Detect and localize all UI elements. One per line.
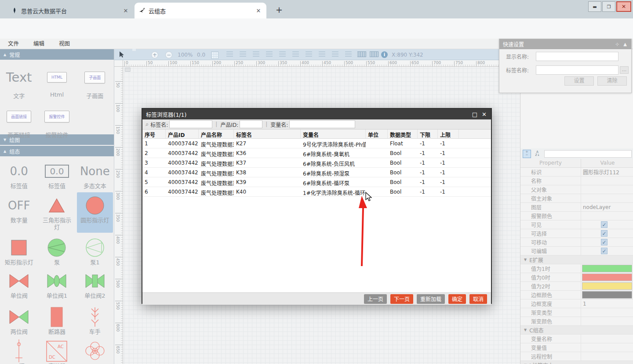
property-value[interactable]: 1 [581, 299, 633, 308]
property-value[interactable] [581, 291, 633, 299]
property-row[interactable]: 名称 [520, 177, 633, 185]
property-value[interactable] [581, 308, 633, 317]
property-value[interactable] [581, 177, 633, 185]
palette-item-valve-red[interactable]: 单位阀 [1, 268, 37, 302]
property-value[interactable] [581, 282, 633, 290]
property-section-10[interactable]: ▼E扩展 [520, 256, 633, 264]
collapse-up-icon[interactable]: ▲ [623, 42, 627, 47]
palette-item-valve-rect[interactable]: 单位阀2 [77, 268, 113, 302]
confirm-button[interactable]: 确定 [448, 294, 466, 304]
palette-item-valve-ellipse[interactable]: 单位阀1 [39, 268, 75, 302]
property-value[interactable] [581, 273, 633, 281]
zoom-out-icon[interactable]: − [165, 51, 172, 58]
property-value[interactable]: ✓ [581, 220, 633, 229]
property-value[interactable]: nodeLayer [581, 203, 633, 211]
property-row[interactable]: 变量名称 [520, 335, 633, 343]
property-value[interactable] [581, 343, 633, 352]
align-top-icon[interactable] [266, 51, 273, 57]
property-row[interactable]: 宿主对象 [520, 194, 633, 203]
categorized-view-icon[interactable]: ＋− [523, 150, 531, 158]
table-row[interactable]: 1400037442废气处理数据采K279号化学洗涤除臭系统-Ph值Float-… [142, 139, 491, 148]
browser-tab-inactive[interactable]: 思普云大数据平台 ✕ [7, 3, 134, 18]
checkbox-checked-icon[interactable]: ✓ [601, 239, 608, 245]
palette-item-general-3[interactable]: 画面链接画面链接 [0, 100, 38, 139]
property-row[interactable]: 可选择✓ [520, 229, 633, 238]
checkbox-checked-icon[interactable]: ✓ [601, 248, 608, 254]
property-row[interactable]: 边框颜色 [520, 291, 633, 299]
palette-item-breaker[interactable]: 断路器 [39, 304, 75, 336]
property-row[interactable]: 报警颜色 [520, 212, 633, 220]
property-row[interactable]: 标识圆形指示灯112 [520, 168, 633, 177]
property-row[interactable]: 边框宽度1 [520, 299, 633, 308]
property-value[interactable] [581, 212, 633, 220]
browse-tags-button[interactable]: ... [620, 66, 629, 74]
palette-item-text-boxed[interactable]: 0.0标签值 [39, 158, 75, 191]
checkbox-checked-icon[interactable]: ✓ [601, 221, 608, 228]
ruler-v-icon[interactable] [370, 51, 378, 57]
palette-item-general-0[interactable]: Text文字 [0, 61, 38, 100]
minimize-button[interactable]: ▬ [588, 1, 601, 12]
palette-item-triangle[interactable]: 三角形指示灯 [39, 192, 75, 233]
property-row[interactable]: 父对象 [520, 185, 633, 194]
property-row[interactable]: 值为2时 [520, 282, 633, 291]
color-swatch[interactable] [582, 282, 632, 290]
palette-item-general-4[interactable]: 报警控件报警控件 [38, 100, 76, 139]
distribute-h-icon[interactable] [306, 51, 312, 57]
menu-item-2[interactable]: 视图 [59, 39, 70, 49]
property-value[interactable]: ✓ [581, 229, 633, 238]
property-row[interactable]: 可移动✓ [520, 238, 633, 247]
quick-settings-titlebar[interactable]: 快速设置 ⊹ ▲ [499, 39, 631, 49]
property-row[interactable]: 远程控制 [520, 352, 633, 361]
cancel-button[interactable]: 取消 [469, 294, 487, 304]
property-value[interactable]: ✓ [581, 238, 633, 246]
tab-close-icon[interactable]: ✕ [122, 7, 129, 14]
zoom-in-icon[interactable]: + [151, 51, 158, 58]
property-value[interactable]: ✓ [581, 247, 633, 255]
distribute-v-icon[interactable] [319, 51, 325, 57]
palette-item-pump-outline[interactable]: 泵1 [77, 234, 113, 266]
property-value[interactable] [581, 194, 633, 202]
reload-button[interactable]: 重新加载 [417, 294, 445, 304]
tag-name-input[interactable] [536, 65, 618, 75]
dock-icon[interactable]: ⊹ [615, 42, 619, 47]
grid-toggle-icon[interactable] [211, 51, 218, 59]
property-row[interactable]: 变量值 [520, 343, 633, 352]
same-size-icon[interactable] [332, 51, 338, 57]
property-value[interactable] [581, 352, 633, 360]
close-icon[interactable]: ✕ [482, 111, 487, 118]
set-button[interactable]: 设置 [564, 76, 594, 86]
property-value[interactable] [581, 264, 633, 273]
palette-item-general-1[interactable]: HTMLHtml [38, 61, 76, 100]
property-row[interactable]: 值为0时 [520, 273, 633, 282]
property-section-18[interactable]: ▼C组态 [520, 326, 633, 335]
table-row[interactable]: 5400037442废气处理数据采K396#除臭系统-循环泵Bool-1-1 [142, 177, 491, 187]
color-swatch[interactable] [582, 274, 632, 281]
property-value[interactable] [581, 335, 633, 343]
property-filter-input[interactable] [544, 150, 632, 158]
table-row[interactable]: 6400037442废气处理数据采K401#化学洗涤除臭系统-循环泵Bool-1… [142, 187, 491, 197]
sort-alphabetical-icon[interactable]: AZ↓ [533, 150, 542, 158]
table-row[interactable]: 2400037442废气处理数据采K366#除臭系统-臭氧机Bool-1-1 [142, 148, 491, 158]
color-swatch[interactable] [582, 265, 632, 272]
maximize-icon[interactable]: □ [472, 111, 477, 118]
property-row[interactable]: 图层nodeLayer [520, 203, 633, 212]
tag-search-input[interactable] [169, 120, 212, 128]
property-row[interactable]: 可编辑✓ [520, 247, 633, 256]
palette-section-general[interactable]: ▲ 常规 [0, 49, 114, 60]
variable-search-input[interactable] [289, 120, 355, 128]
clear-button[interactable]: 清除 [597, 76, 627, 86]
align-middle-icon[interactable] [279, 51, 286, 57]
checkbox-checked-icon[interactable]: ✓ [601, 230, 608, 237]
prev-page-button[interactable]: 上一页 [364, 294, 387, 304]
property-section-22[interactable]: ▼L标签文本 [520, 361, 633, 364]
palette-item-square[interactable]: 矩形指示灯 [1, 234, 37, 266]
property-row[interactable]: 可见✓ [520, 220, 633, 229]
menu-item-0[interactable]: 文件 [8, 39, 19, 49]
palette-item-valve-bicolor[interactable]: 两位阀 [1, 304, 37, 336]
property-row[interactable]: 值为1时 [520, 264, 633, 273]
restore-button[interactable]: ❐ [602, 1, 615, 12]
palette-item-general-2[interactable]: 子画面子画面 [76, 61, 114, 100]
product-search-input[interactable] [240, 120, 262, 128]
property-value[interactable] [581, 185, 633, 194]
property-value[interactable]: 圆形指示灯112 [581, 168, 633, 176]
